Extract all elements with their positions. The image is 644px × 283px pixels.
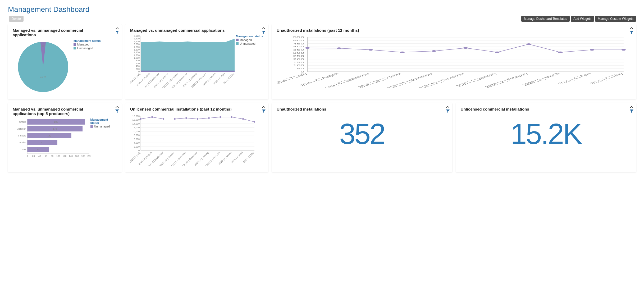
- widget-title: Unlicensed commercial installations (pas…: [130, 107, 263, 111]
- svg-text:Oracle: Oracle: [19, 121, 26, 123]
- svg-text:2,000: 2,000: [134, 43, 140, 45]
- svg-text:500: 500: [293, 39, 304, 42]
- expand-icon[interactable]: [630, 105, 633, 109]
- expand-icon[interactable]: [446, 105, 450, 109]
- svg-text:2,000: 2,000: [134, 145, 140, 148]
- svg-text:2020 | 5 | May: 2020 | 5 | May: [588, 72, 625, 85]
- legend-label: Managed: [77, 43, 89, 46]
- svg-point-132: [185, 117, 187, 119]
- filter-icon[interactable]: [115, 109, 119, 113]
- svg-text:550: 550: [293, 36, 304, 39]
- delete-button[interactable]: Delete: [9, 16, 24, 22]
- svg-text:800: 800: [136, 59, 140, 62]
- legend-item-unmanaged[interactable]: Unmanaged: [90, 125, 117, 128]
- add-widgets-button[interactable]: Add Widgets: [571, 16, 594, 22]
- filter-icon[interactable]: [630, 109, 633, 113]
- filter-icon[interactable]: [262, 31, 266, 34]
- widget-line-unauthorized: Unauthorized installations (past 12 mont…: [272, 24, 636, 99]
- svg-text:150: 150: [293, 61, 304, 63]
- svg-text:6,000: 6,000: [134, 138, 140, 140]
- svg-point-133: [197, 118, 198, 120]
- widget-pie-managed-unmanaged: Managed vs. unmanaged commercial applica…: [8, 24, 122, 99]
- legend-item-unmanaged[interactable]: Unmanaged: [74, 47, 101, 50]
- svg-text:14,000: 14,000: [132, 122, 140, 125]
- svg-text:20: 20: [32, 155, 35, 157]
- widget-kpi-unauthorized: Unauthorized installations 352: [272, 103, 452, 172]
- expand-icon[interactable]: [630, 26, 633, 30]
- svg-text:2,400: 2,400: [134, 37, 140, 40]
- area-chart: 02004006008001,0001,2001,4001,6001,8002,…: [130, 35, 236, 88]
- svg-text:40: 40: [38, 155, 41, 157]
- svg-text:80: 80: [51, 155, 53, 157]
- svg-point-130: [163, 118, 164, 120]
- expand-icon[interactable]: [115, 105, 119, 109]
- svg-point-58: [368, 49, 373, 51]
- legend-label: Unmanaged: [77, 47, 93, 50]
- svg-text:16,000: 16,000: [132, 118, 140, 121]
- legend-title: Management status: [74, 39, 101, 42]
- svg-text:Flexera: Flexera: [18, 134, 26, 137]
- legend-title: Management status: [236, 35, 263, 38]
- legend-title: Management status: [90, 118, 117, 124]
- legend-label: Unmanaged: [94, 125, 110, 128]
- manage-templates-button[interactable]: Manage Dashboard Templates: [521, 16, 570, 22]
- svg-text:8,000: 8,000: [134, 134, 140, 136]
- svg-point-138: [254, 121, 255, 123]
- svg-text:1,200: 1,200: [134, 54, 140, 57]
- widget-bar-top5: Managed vs. unmanaged commercial applica…: [8, 103, 122, 172]
- svg-text:2,600: 2,600: [134, 35, 140, 37]
- legend-item-managed[interactable]: Managed: [74, 43, 101, 46]
- svg-text:1,400: 1,400: [134, 51, 140, 54]
- svg-text:250: 250: [293, 55, 304, 57]
- svg-text:70: 70: [37, 148, 39, 151]
- expand-icon[interactable]: [115, 26, 119, 30]
- svg-point-62: [495, 52, 499, 53]
- legend: Management status Unmanaged: [90, 118, 117, 129]
- legend-label: Unmanaged: [240, 42, 255, 45]
- legend: Management status Managed Unmanaged: [74, 39, 101, 50]
- expand-icon[interactable]: [262, 26, 266, 30]
- widget-title: Managed vs. unmanaged commercial applica…: [13, 107, 117, 116]
- widget-title: Unlicensed commercial installations: [461, 107, 632, 111]
- svg-point-64: [558, 52, 563, 53]
- svg-text:120: 120: [62, 155, 66, 157]
- filter-icon[interactable]: [115, 31, 119, 34]
- svg-point-128: [140, 118, 141, 120]
- expand-icon[interactable]: [262, 105, 266, 109]
- manage-custom-widgets-button[interactable]: Manage Custom Widgets: [595, 16, 636, 22]
- widget-title: Unauthorized installations (past 12 mont…: [277, 28, 631, 33]
- legend-item-unmanaged[interactable]: Unmanaged: [236, 42, 263, 45]
- svg-text:0: 0: [26, 155, 28, 157]
- svg-text:1,800: 1,800: [134, 46, 140, 48]
- legend-item-managed[interactable]: Managed: [236, 38, 263, 42]
- svg-text:600: 600: [136, 62, 140, 65]
- bar-chart: Oracle185Microsoft178Flexera142Adobe97IB…: [13, 118, 90, 163]
- svg-point-131: [174, 118, 176, 120]
- widget-area-managed-unmanaged: Managed vs. unmanaged commercial applica…: [125, 24, 268, 99]
- svg-text:200: 200: [87, 155, 90, 157]
- svg-text:1,000: 1,000: [134, 57, 140, 59]
- svg-text:100: 100: [56, 155, 60, 157]
- filter-icon[interactable]: [446, 109, 450, 113]
- svg-point-136: [231, 116, 232, 118]
- widget-title: Managed vs. unmanaged commercial applica…: [130, 28, 263, 33]
- svg-point-65: [590, 49, 594, 51]
- legend: Management status Managed Unmanaged: [236, 35, 263, 46]
- svg-text:400: 400: [136, 65, 140, 67]
- svg-text:2,200: 2,200: [134, 40, 140, 43]
- legend-label: Managed: [240, 38, 252, 42]
- svg-text:200: 200: [136, 68, 140, 70]
- svg-text:142: 142: [47, 134, 51, 137]
- svg-text:50: 50: [297, 67, 304, 70]
- widget-line-unlicensed: Unlicensed commercial installations (pas…: [125, 103, 268, 172]
- svg-text:100: 100: [293, 64, 304, 67]
- svg-text:2020 | 5 | May: 2020 | 5 | May: [242, 151, 255, 164]
- svg-point-134: [208, 117, 210, 119]
- svg-point-66: [621, 49, 626, 51]
- filter-icon[interactable]: [262, 109, 266, 113]
- svg-point-56: [305, 47, 310, 49]
- pie-chart: 802,247: [13, 39, 74, 95]
- widget-title: Managed vs. unmanaged commercial applica…: [13, 28, 117, 37]
- filter-icon[interactable]: [630, 31, 633, 34]
- svg-text:450: 450: [293, 42, 304, 45]
